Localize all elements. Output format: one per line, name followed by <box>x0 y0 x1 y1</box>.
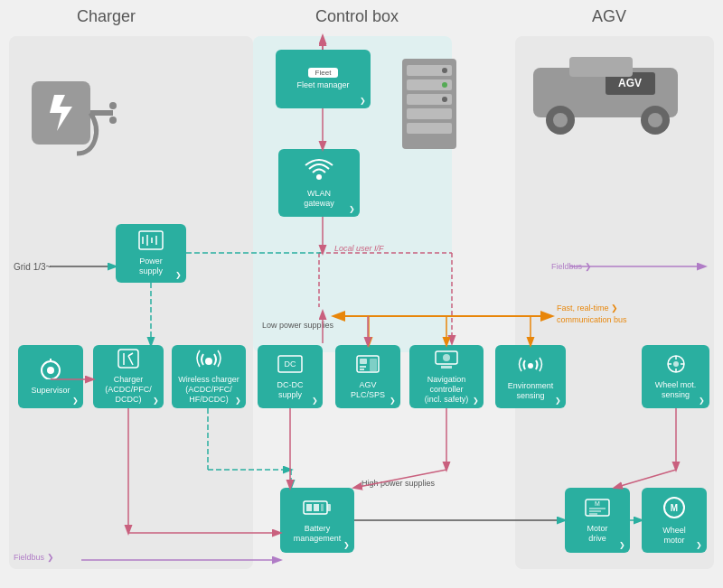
wireless-charger-icon <box>196 349 221 373</box>
supervisor-icon <box>38 358 63 384</box>
wlan-arrow[interactable]: ❯ <box>349 205 355 214</box>
title-controlbox: Control box <box>315 7 399 26</box>
svg-point-20 <box>442 82 447 88</box>
svg-text:AGV: AGV <box>618 77 642 89</box>
wheel-mot-sensing-label: Wheel mot.sensing <box>655 380 697 400</box>
power-supply-label: Powersupply <box>139 257 163 276</box>
svg-line-35 <box>128 356 133 365</box>
battery-mgmt-arrow[interactable]: ❯ <box>343 541 350 550</box>
title-agv: AGV <box>592 7 626 26</box>
svg-point-19 <box>442 68 447 73</box>
wheel-mot-sensing-icon <box>663 354 689 378</box>
svg-rect-58 <box>321 504 324 511</box>
svg-point-11 <box>648 113 662 127</box>
svg-text:M: M <box>595 500 600 507</box>
dc-dc-arrow[interactable]: ❯ <box>312 397 318 406</box>
svg-point-47 <box>528 363 533 369</box>
nav-controller-arrow[interactable]: ❯ <box>473 397 479 406</box>
high-power-label: High power supplies <box>362 479 435 488</box>
svg-rect-56 <box>306 504 312 511</box>
svg-point-3 <box>109 102 117 109</box>
charger-acdc-box[interactable]: Charger(ACDC/PFC/DCDC) ❯ <box>93 345 164 408</box>
wireless-charger-arrow[interactable]: ❯ <box>235 397 241 406</box>
wheel-motor-arrow[interactable]: ❯ <box>696 541 702 550</box>
svg-rect-17 <box>407 108 452 119</box>
agv-plc-label: AGVPLC/SPS <box>351 380 385 400</box>
env-sensing-arrow[interactable]: ❯ <box>555 397 561 406</box>
low-power-label: Low power supplies <box>262 321 333 330</box>
wheel-motor-label: Wheelmotor <box>662 526 686 546</box>
agv-plc-arrow[interactable]: ❯ <box>390 397 396 406</box>
fast-bus-label: Fast, real-time ❯communication bus <box>557 303 627 325</box>
motor-drive-icon: M <box>585 498 610 522</box>
svg-point-45 <box>443 354 450 361</box>
dc-dc-label: DC-DCsupply <box>277 380 304 400</box>
motor-drive-arrow[interactable]: ❯ <box>619 541 625 550</box>
diagram: Charger Control box AGV AGV <box>0 0 723 588</box>
server-rack-icon <box>398 54 470 163</box>
local-user-label: Local user I/F <box>334 244 384 253</box>
svg-rect-12 <box>569 57 633 77</box>
svg-point-4 <box>109 117 117 124</box>
svg-rect-55 <box>327 504 331 511</box>
power-supply-icon <box>138 230 164 255</box>
charger-acdc-icon <box>117 349 140 373</box>
svg-rect-43 <box>370 359 377 371</box>
battery-icon <box>303 498 332 522</box>
dc-dc-box[interactable]: DC DC-DCsupply ❯ <box>258 345 323 408</box>
svg-point-21 <box>442 97 447 102</box>
svg-point-36 <box>205 358 212 365</box>
svg-point-29 <box>47 367 54 374</box>
charger-acdc-label: Charger(ACDC/PFC/DCDC) <box>105 375 152 404</box>
power-supply-box[interactable]: Powersupply ❯ <box>116 224 186 283</box>
wireless-charger-box[interactable]: Wireless charger(ACDC/PFC/HF/DCDC) ❯ <box>172 345 246 408</box>
battery-mgmt-box[interactable]: Batterymanagement ❯ <box>280 488 354 553</box>
agv-vehicle-icon: AGV <box>524 50 705 140</box>
svg-point-49 <box>673 361 679 367</box>
nav-controller-box[interactable]: Navigationcontroller(incl. safety) ❯ <box>409 345 484 408</box>
svg-text:DC: DC <box>285 359 296 369</box>
env-sensing-label: Environmentsensing <box>508 381 554 401</box>
supervisor-label: Supervisor <box>31 386 70 396</box>
svg-text:M: M <box>671 503 678 513</box>
title-charger: Charger <box>77 7 136 26</box>
motor-drive-box[interactable]: M Motordrive ❯ <box>565 488 630 553</box>
svg-rect-32 <box>118 350 138 368</box>
fieldbus-left-label: Fieldbus ❯ <box>14 553 54 562</box>
env-sensing-icon <box>517 353 544 379</box>
wireless-charger-label: Wireless charger(ACDC/PFC/HF/DCDC) <box>178 375 239 404</box>
nav-controller-label: Navigationcontroller(incl. safety) <box>425 375 469 404</box>
fleet-manager-arrow[interactable]: ❯ <box>360 97 366 106</box>
env-sensing-box[interactable]: Environmentsensing ❯ <box>495 345 566 408</box>
charger-acdc-arrow[interactable]: ❯ <box>153 397 159 406</box>
wheel-motor-icon: M <box>662 496 687 524</box>
power-supply-arrow[interactable]: ❯ <box>175 271 182 280</box>
nav-controller-icon <box>434 349 459 373</box>
wlan-gateway-box[interactable]: WLANgateway ❯ <box>278 149 360 217</box>
wheel-motor-box[interactable]: M Wheelmotor ❯ <box>642 488 707 553</box>
agv-plc-icon <box>355 354 380 378</box>
dc-dc-icon: DC <box>277 354 303 378</box>
fleet-inner-label: Fleet <box>308 68 339 79</box>
supervisor-box[interactable]: Supervisor ❯ <box>18 345 83 408</box>
fieldbus-right-label: Fieldbus ❯ <box>551 262 592 271</box>
wlan-icon <box>305 157 333 187</box>
grid-label: Grid 1/3~ <box>14 262 51 272</box>
motor-drive-label: Motordrive <box>587 524 607 544</box>
fleet-manager-box[interactable]: Fleet Fleet manager ❯ <box>276 50 371 108</box>
charger-icon <box>27 54 117 163</box>
wlan-label: WLANgateway <box>304 189 334 209</box>
svg-point-9 <box>553 113 568 127</box>
agv-plc-box[interactable]: AGVPLC/SPS ❯ <box>335 345 400 408</box>
svg-rect-46 <box>441 366 452 369</box>
fleet-manager-label: Fleet manager <box>296 80 349 90</box>
supervisor-arrow[interactable]: ❯ <box>72 397 79 406</box>
svg-rect-18 <box>407 123 452 134</box>
wheel-mot-sensing-box[interactable]: Wheel mot.sensing ❯ <box>642 345 709 408</box>
wheel-mot-sensing-arrow[interactable]: ❯ <box>699 397 705 406</box>
svg-rect-57 <box>314 504 319 511</box>
battery-mgmt-label: Batterymanagement <box>294 524 342 544</box>
svg-rect-40 <box>360 359 367 364</box>
svg-point-22 <box>316 174 322 180</box>
svg-line-34 <box>128 353 133 356</box>
